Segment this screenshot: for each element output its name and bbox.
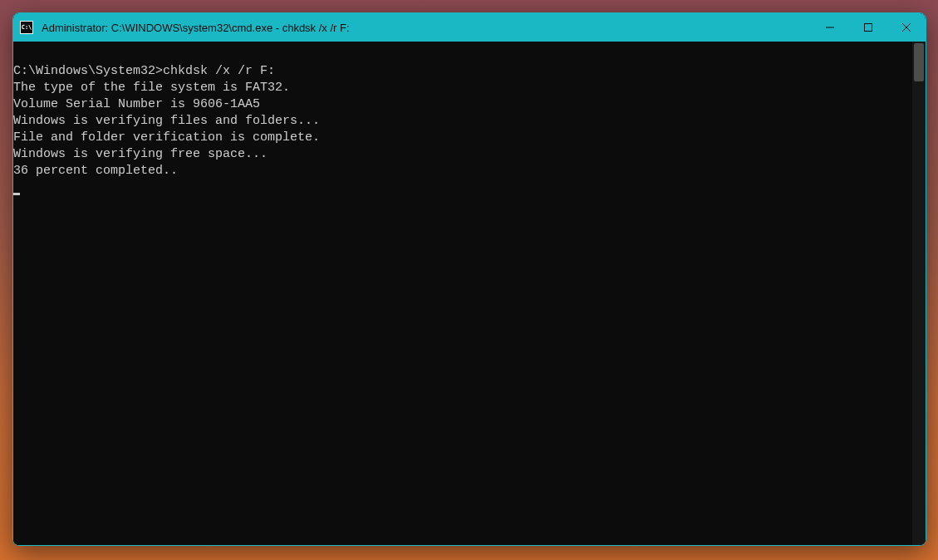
output-line: The type of the file system is FAT32.: [13, 81, 290, 95]
prompt: C:\Windows\System32>: [13, 64, 163, 78]
close-button[interactable]: [887, 13, 926, 42]
output-line: Volume Serial Number is 9606-1AA5: [13, 97, 260, 111]
svg-rect-1: [865, 24, 872, 32]
command-text: chkdsk /x /r F:: [163, 64, 275, 78]
output-line: Windows is verifying free space...: [13, 147, 268, 161]
maximize-icon: [864, 23, 872, 32]
output-line: 36 percent completed..: [13, 164, 178, 178]
close-icon: [902, 23, 911, 32]
terminal-output[interactable]: C:\Windows\System32>chkdsk /x /r F: The …: [13, 42, 912, 545]
cursor: [13, 193, 20, 195]
cmd-window: C:\ Administrator: C:\WINDOWS\system32\c…: [12, 12, 926, 546]
scrollbar-thumb[interactable]: [914, 43, 924, 81]
client-area: C:\Windows\System32>chkdsk /x /r F: The …: [13, 42, 926, 545]
titlebar[interactable]: C:\ Administrator: C:\WINDOWS\system32\c…: [13, 13, 926, 42]
window-controls: [811, 13, 926, 42]
minimize-button[interactable]: [811, 13, 849, 42]
window-title: Administrator: C:\WINDOWS\system32\cmd.e…: [42, 22, 811, 34]
scrollbar[interactable]: [912, 42, 926, 545]
cmd-icon: C:\: [20, 21, 33, 34]
prompt-line: C:\Windows\System32>chkdsk /x /r F:: [13, 64, 275, 78]
output-line: Windows is verifying files and folders..…: [13, 114, 320, 128]
output-line: File and folder verification is complete…: [13, 130, 320, 145]
minimize-icon: [826, 23, 834, 32]
maximize-button[interactable]: [849, 13, 887, 42]
